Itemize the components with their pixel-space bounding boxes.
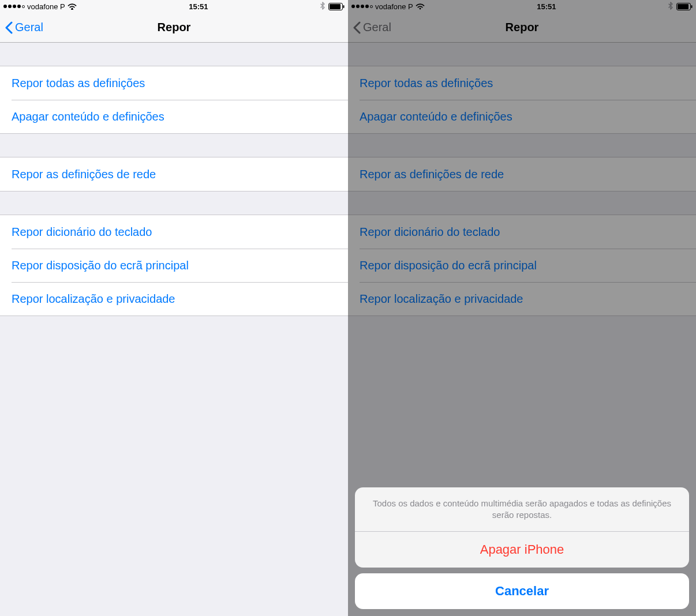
status-bar: vodafone P 15:51 (0, 0, 348, 13)
settings-group: Repor dicionário do teclado Repor dispos… (0, 215, 348, 316)
row-label: Repor todas as definições (12, 77, 145, 90)
erase-all-content-row[interactable]: Apagar conteúdo e definições (0, 100, 348, 133)
reset-network-row[interactable]: Repor as definições de rede (0, 157, 348, 191)
settings-group: Repor as definições de rede (0, 157, 348, 191)
nav-title: Repor (0, 21, 348, 34)
reset-all-settings-row[interactable]: Repor todas as definições (0, 66, 348, 100)
row-label: Repor localização e privacidade (12, 292, 175, 306)
action-sheet-block: Todos os dados e conteúdo multimédia ser… (355, 487, 689, 568)
signal-strength-icon (3, 5, 25, 8)
reset-location-privacy-row[interactable]: Repor localização e privacidade (0, 282, 348, 315)
status-left: vodafone P (3, 2, 77, 11)
chevron-left-icon (5, 21, 13, 34)
reset-keyboard-row[interactable]: Repor dicionário do teclado (0, 215, 348, 249)
wifi-icon (68, 3, 77, 10)
reset-home-layout-row[interactable]: Repor disposição do ecrã principal (0, 249, 348, 282)
pane-left: vodafone P 15:51 Geral (0, 0, 348, 616)
status-time: 15:51 (189, 2, 208, 11)
status-right (320, 2, 345, 12)
row-label: Repor as definições de rede (12, 168, 156, 181)
svg-point-0 (71, 8, 73, 10)
svg-rect-2 (330, 4, 340, 9)
row-label: Repor dicionário do teclado (12, 226, 152, 239)
carrier-label: vodafone P (27, 2, 65, 11)
settings-group: Repor todas as definições Apagar conteúd… (0, 66, 348, 134)
action-sheet-message: Todos os dados e conteúdo multimédia ser… (355, 487, 689, 532)
settings-content: Repor todas as definições Apagar conteúd… (0, 43, 348, 616)
svg-rect-3 (343, 5, 345, 8)
screenshot-pair: vodafone P 15:51 Geral (0, 0, 696, 616)
row-label: Apagar conteúdo e definições (12, 110, 164, 123)
bluetooth-icon (320, 2, 325, 12)
pane-right: vodafone P 15:51 Geral (348, 0, 696, 616)
cancel-button[interactable]: Cancelar (355, 573, 689, 609)
erase-iphone-button[interactable]: Apagar iPhone (355, 532, 689, 568)
battery-icon (328, 3, 345, 10)
back-button[interactable]: Geral (5, 21, 43, 34)
back-label: Geral (15, 21, 43, 34)
row-label: Repor disposição do ecrã principal (12, 259, 189, 272)
nav-bar: Geral Repor (0, 13, 348, 43)
action-sheet: Todos os dados e conteúdo multimédia ser… (355, 487, 689, 610)
